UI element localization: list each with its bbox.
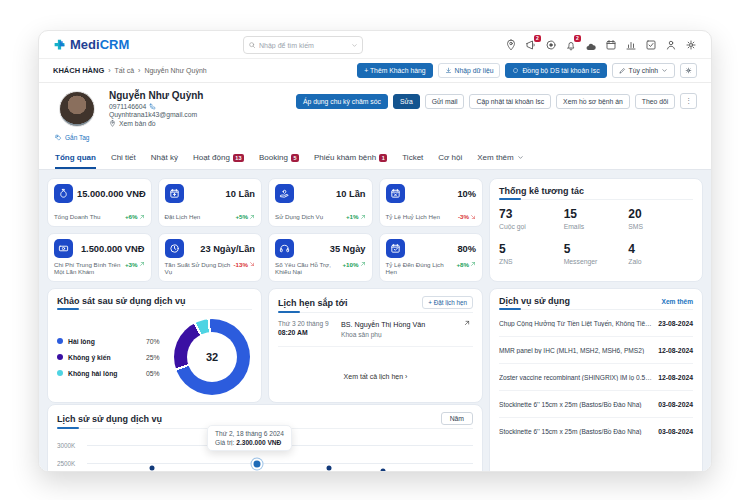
kpi-card-cancel-rate[interactable]: 10% Tỷ Lệ Huỷ Lịch Hẹn -3% <box>379 178 484 227</box>
kpi-card-frequency[interactable]: 23 Ngày/Lần Tần Suất Sử Dụng Dịch Vụ -13… <box>158 233 263 282</box>
tab-see-more[interactable]: Xem thêm <box>477 153 523 169</box>
tab-overview[interactable]: Tổng quan <box>55 153 96 169</box>
tab-exam-forms[interactable]: Phiếu khám bệnh1 <box>314 153 387 169</box>
data-point[interactable] <box>381 469 386 473</box>
target-icon[interactable] <box>545 39 557 51</box>
kpi-value: 10% <box>457 189 476 199</box>
dashboard-content: 15.000.000 VNĐ Tổng Doanh Thu +6% 10 Lần… <box>39 170 711 472</box>
breadcrumb-root[interactable]: KHÁCH HÀNG <box>53 66 104 75</box>
survey-donut-chart[interactable]: 32 <box>174 319 250 395</box>
attach-tag-link[interactable]: Gắn Tag <box>55 134 89 141</box>
kpi-card-on-time-rate[interactable]: 80% Tỷ Lệ Đến Đúng Lịch Hẹn +8% <box>379 233 484 282</box>
view-medical-record-button[interactable]: Xem hồ sơ bệnh án <box>556 94 630 109</box>
stat-zalo: 4Zalo <box>628 242 693 265</box>
gear-icon[interactable] <box>685 39 697 51</box>
tab-activities[interactable]: Hoạt động13 <box>193 153 244 169</box>
data-point[interactable] <box>150 466 155 471</box>
kpi-card-service-usage[interactable]: 10 Lần Sử Dụng Dịch Vụ +1% <box>268 178 373 227</box>
search-input[interactable] <box>259 42 348 49</box>
kpi-card-avg-cost[interactable]: 1.500.000 VNĐ Chi Phí Trung Bình Trên Mộ… <box>47 233 152 282</box>
update-account-button[interactable]: Cập nhật tài khoản Isc <box>469 94 551 109</box>
open-appointment-icon[interactable] <box>463 319 471 327</box>
tab-details[interactable]: Chi tiết <box>111 153 136 169</box>
service-name: Zoster vaccine recombinant (SHINGRIX) IM… <box>499 374 652 381</box>
apply-care-cycle-button[interactable]: Áp dụng chu kỳ chăm sóc <box>296 94 388 109</box>
data-point[interactable] <box>327 466 332 471</box>
edit-button[interactable]: Sửa <box>393 94 420 109</box>
service-row[interactable]: MMR panel by IHC (MLH1, MSH2, MSH6, PMS2… <box>499 337 693 364</box>
service-row[interactable]: Stockinette 6'' 15cm x 25m (Bastos/Bồ Đà… <box>499 391 693 418</box>
send-mail-button[interactable]: Gửi mail <box>425 94 465 109</box>
services-view-more-link[interactable]: Xem thêm <box>661 298 693 305</box>
tab-ticket[interactable]: Ticket <box>402 153 423 169</box>
app-logo[interactable]: MediCRM <box>53 37 129 52</box>
breadcrumb-all[interactable]: Tất cả <box>115 67 134 74</box>
calendar-plus-icon <box>165 184 184 203</box>
trend-down-icon <box>470 214 476 220</box>
bell-icon[interactable]: 2 <box>565 39 577 51</box>
view-map-link[interactable]: Xem bản đồ <box>119 120 156 127</box>
kpi-value: 10 Lần <box>336 189 365 199</box>
service-date: 03-08-2024 <box>658 428 693 435</box>
y-tick-2500k: 2500K <box>57 460 75 467</box>
history-line-chart[interactable]: 3000K 2500K Thứ 2, 18 tháng 6 2024 Giá t… <box>57 433 473 472</box>
view-all-appointments-link[interactable]: Xem tất cả lịch hẹn › <box>278 373 473 380</box>
service-name: MMR panel by IHC (MLH1, MSH2, MSH6, PMS2… <box>499 347 652 354</box>
period-year-button[interactable]: Năm <box>441 412 473 425</box>
service-date: 03-08-2024 <box>658 401 693 408</box>
service-row[interactable]: Zoster vaccine recombinant (SHINGRIX) IM… <box>499 364 693 391</box>
user-icon[interactable] <box>665 39 677 51</box>
trend-up-icon <box>470 261 476 267</box>
phone-icon[interactable] <box>149 103 156 110</box>
kpi-label: Tổng Doanh Thu <box>54 213 100 221</box>
appointment-item[interactable]: Thứ 3 20 tháng 9 08:20 AM BS. Nguyễn Thị… <box>278 313 473 347</box>
avatar[interactable] <box>59 91 95 127</box>
kpi-card-revenue[interactable]: 15.000.000 VNĐ Tổng Doanh Thu +6% <box>47 178 152 227</box>
announcement-icon[interactable]: 2 <box>525 39 537 51</box>
trend-down-icon <box>249 261 255 267</box>
customize-button[interactable]: Tùy chỉnh <box>612 63 675 78</box>
kpi-value: 1.500.000 VNĐ <box>81 244 145 254</box>
booking-badge: 5 <box>291 154 299 162</box>
global-search[interactable] <box>243 36 363 54</box>
gridline <box>87 463 473 464</box>
data-point-selected[interactable] <box>254 461 261 468</box>
appointments-title: Lịch hẹn sắp tới <box>278 298 347 308</box>
logo-cross-icon <box>53 38 66 51</box>
service-date: 12-08-2024 <box>658 374 693 381</box>
appointment-doctor: BS. Nguyễn Thị Hồng Vân <box>341 320 425 329</box>
chart-icon[interactable] <box>625 39 637 51</box>
service-date: 12-08-2024 <box>658 347 693 354</box>
tab-opportunity[interactable]: Cơ hội <box>438 153 462 169</box>
service-row[interactable]: Stockinette 6'' 15cm x 25m (Bastos/Bồ Đà… <box>499 418 693 444</box>
kpi-card-support-requests[interactable]: 35 Ngày Số Yêu Cầu Hỗ Trợ, Khiếu Nại +10… <box>268 233 373 282</box>
y-tick-3000k: 3000K <box>57 442 75 449</box>
trend-up-icon <box>139 261 145 267</box>
chevron-down-icon <box>517 154 524 161</box>
tooltip-value-label: Giá trị: <box>215 439 234 446</box>
kpi-grid: 15.000.000 VNĐ Tổng Doanh Thu +6% 10 Lần… <box>47 178 483 282</box>
tab-booking[interactable]: Booking5 <box>259 153 299 169</box>
customer-phone: 0971146604 <box>109 103 146 110</box>
calendar-icon[interactable] <box>605 39 617 51</box>
kpi-delta: +10% <box>343 261 359 268</box>
settings-button[interactable] <box>680 63 697 78</box>
legend-dot <box>57 338 63 344</box>
kpi-card-appointments[interactable]: 10 Lần Đặt Lịch Hẹn +5% <box>158 178 263 227</box>
more-actions-button[interactable]: ⋮ <box>680 93 697 109</box>
chevron-down-icon[interactable] <box>351 42 358 49</box>
sync-accounts-button[interactable]: Đồng bộ DS tài khoản Isc <box>505 63 606 78</box>
cloud-icon[interactable] <box>585 39 597 51</box>
tab-journal[interactable]: Nhật ký <box>151 153 178 169</box>
service-row[interactable]: Chụp Cộng Hưởng Từ Tiền Liệt Tuyến, Khôn… <box>499 310 693 337</box>
add-customer-button[interactable]: + Thêm Khách hàng <box>357 63 432 78</box>
follow-button[interactable]: Theo dõi <box>635 94 675 109</box>
import-data-button[interactable]: Nhập dữ liệu <box>438 63 501 78</box>
accent-bar <box>499 198 521 200</box>
services-title: Dịch vụ sử dụng <box>499 296 570 306</box>
kpi-value: 23 Ngày/Lần <box>200 244 255 254</box>
book-appointment-button[interactable]: + Đặt lịch hẹn <box>422 296 473 309</box>
tasks-icon[interactable] <box>645 39 657 51</box>
top-bar: MediCRM 2 2 <box>39 31 711 59</box>
location-icon[interactable] <box>505 39 517 51</box>
